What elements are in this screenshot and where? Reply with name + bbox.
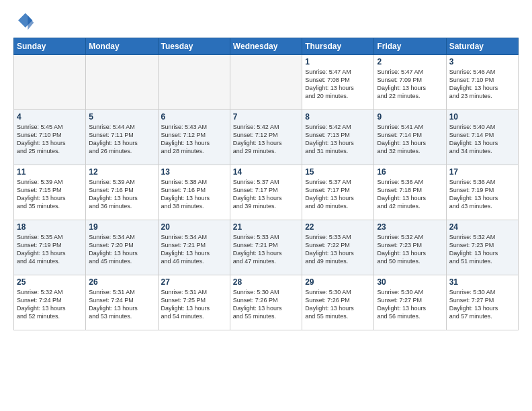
calendar-cell: 9Sunrise: 5:41 AM Sunset: 7:14 PM Daylig… (374, 110, 446, 165)
calendar-cell: 2Sunrise: 5:47 AM Sunset: 7:09 PM Daylig… (374, 55, 446, 110)
calendar-cell: 31Sunrise: 5:30 AM Sunset: 7:27 PM Dayli… (446, 275, 518, 330)
calendar-cell (14, 55, 86, 110)
calendar-cell (230, 55, 302, 110)
day-content: Sunrise: 5:37 AM Sunset: 7:17 PM Dayligh… (233, 178, 299, 211)
calendar-cell: 30Sunrise: 5:30 AM Sunset: 7:27 PM Dayli… (374, 275, 446, 330)
logo (13, 11, 38, 32)
day-number: 3 (449, 57, 515, 66)
day-content: Sunrise: 5:30 AM Sunset: 7:26 PM Dayligh… (233, 288, 299, 321)
day-number: 21 (233, 222, 299, 232)
day-content: Sunrise: 5:40 AM Sunset: 7:14 PM Dayligh… (449, 123, 515, 156)
calendar-header-saturday: Saturday (446, 38, 518, 55)
day-content: Sunrise: 5:36 AM Sunset: 7:18 PM Dayligh… (377, 178, 443, 211)
calendar-cell: 18Sunrise: 5:35 AM Sunset: 7:19 PM Dayli… (14, 220, 86, 275)
day-content: Sunrise: 5:30 AM Sunset: 7:27 PM Dayligh… (449, 288, 515, 321)
day-content: Sunrise: 5:31 AM Sunset: 7:25 PM Dayligh… (161, 288, 227, 321)
calendar-cell: 7Sunrise: 5:42 AM Sunset: 7:12 PM Daylig… (230, 110, 302, 165)
day-content: Sunrise: 5:42 AM Sunset: 7:12 PM Dayligh… (233, 123, 299, 156)
day-content: Sunrise: 5:34 AM Sunset: 7:21 PM Dayligh… (161, 233, 227, 266)
calendar-cell: 13Sunrise: 5:38 AM Sunset: 7:16 PM Dayli… (158, 165, 230, 220)
calendar-cell: 1Sunrise: 5:47 AM Sunset: 7:08 PM Daylig… (302, 55, 374, 110)
calendar-cell: 27Sunrise: 5:31 AM Sunset: 7:25 PM Dayli… (158, 275, 230, 330)
day-number: 13 (161, 167, 227, 177)
calendar-week-3: 11Sunrise: 5:39 AM Sunset: 7:15 PM Dayli… (14, 165, 519, 220)
calendar-cell: 19Sunrise: 5:34 AM Sunset: 7:20 PM Dayli… (86, 220, 158, 275)
day-content: Sunrise: 5:32 AM Sunset: 7:23 PM Dayligh… (377, 233, 443, 266)
day-content: Sunrise: 5:37 AM Sunset: 7:17 PM Dayligh… (305, 178, 371, 211)
svg-marker-1 (28, 15, 34, 30)
calendar-cell: 6Sunrise: 5:43 AM Sunset: 7:12 PM Daylig… (158, 110, 230, 165)
calendar-cell: 28Sunrise: 5:30 AM Sunset: 7:26 PM Dayli… (230, 275, 302, 330)
calendar-week-2: 4Sunrise: 5:45 AM Sunset: 7:10 PM Daylig… (14, 110, 519, 165)
day-number: 18 (17, 222, 83, 232)
calendar-cell: 12Sunrise: 5:39 AM Sunset: 7:16 PM Dayli… (86, 165, 158, 220)
day-content: Sunrise: 5:33 AM Sunset: 7:21 PM Dayligh… (233, 233, 299, 266)
logo-icon (13, 11, 35, 32)
calendar-cell: 8Sunrise: 5:42 AM Sunset: 7:13 PM Daylig… (302, 110, 374, 165)
calendar-cell: 4Sunrise: 5:45 AM Sunset: 7:10 PM Daylig… (14, 110, 86, 165)
calendar-cell: 15Sunrise: 5:37 AM Sunset: 7:17 PM Dayli… (302, 165, 374, 220)
calendar-cell: 21Sunrise: 5:33 AM Sunset: 7:21 PM Dayli… (230, 220, 302, 275)
day-content: Sunrise: 5:39 AM Sunset: 7:16 PM Dayligh… (89, 178, 154, 211)
day-number: 9 (377, 112, 443, 122)
calendar-cell: 26Sunrise: 5:31 AM Sunset: 7:24 PM Dayli… (86, 275, 158, 330)
day-content: Sunrise: 5:32 AM Sunset: 7:23 PM Dayligh… (449, 233, 515, 266)
day-number: 23 (377, 222, 443, 232)
day-content: Sunrise: 5:38 AM Sunset: 7:16 PM Dayligh… (161, 178, 227, 211)
calendar-header-friday: Friday (374, 38, 446, 55)
day-number: 28 (233, 277, 299, 287)
calendar-cell: 17Sunrise: 5:36 AM Sunset: 7:19 PM Dayli… (446, 165, 518, 220)
calendar-cell: 20Sunrise: 5:34 AM Sunset: 7:21 PM Dayli… (158, 220, 230, 275)
header (13, 11, 519, 32)
calendar-cell: 10Sunrise: 5:40 AM Sunset: 7:14 PM Dayli… (446, 110, 518, 165)
day-number: 10 (449, 112, 515, 122)
calendar-cell: 29Sunrise: 5:30 AM Sunset: 7:26 PM Dayli… (302, 275, 374, 330)
day-number: 8 (305, 112, 371, 122)
day-content: Sunrise: 5:34 AM Sunset: 7:20 PM Dayligh… (89, 233, 154, 266)
day-number: 16 (377, 167, 443, 177)
calendar-cell: 22Sunrise: 5:33 AM Sunset: 7:22 PM Dayli… (302, 220, 374, 275)
day-number: 5 (89, 112, 154, 122)
day-number: 30 (377, 277, 443, 287)
calendar-cell (158, 55, 230, 110)
day-content: Sunrise: 5:31 AM Sunset: 7:24 PM Dayligh… (89, 288, 154, 321)
calendar-cell: 25Sunrise: 5:32 AM Sunset: 7:24 PM Dayli… (14, 275, 86, 330)
day-number: 22 (305, 222, 371, 232)
day-content: Sunrise: 5:45 AM Sunset: 7:10 PM Dayligh… (17, 123, 83, 156)
calendar-cell: 24Sunrise: 5:32 AM Sunset: 7:23 PM Dayli… (446, 220, 518, 275)
day-content: Sunrise: 5:41 AM Sunset: 7:14 PM Dayligh… (377, 123, 443, 156)
calendar-week-4: 18Sunrise: 5:35 AM Sunset: 7:19 PM Dayli… (14, 220, 519, 275)
day-content: Sunrise: 5:32 AM Sunset: 7:24 PM Dayligh… (17, 288, 83, 321)
calendar-header-wednesday: Wednesday (230, 38, 302, 55)
day-number: 27 (161, 277, 227, 287)
day-content: Sunrise: 5:36 AM Sunset: 7:19 PM Dayligh… (449, 178, 515, 211)
day-content: Sunrise: 5:33 AM Sunset: 7:22 PM Dayligh… (305, 233, 371, 266)
calendar-cell: 16Sunrise: 5:36 AM Sunset: 7:18 PM Dayli… (374, 165, 446, 220)
day-content: Sunrise: 5:39 AM Sunset: 7:15 PM Dayligh… (17, 178, 83, 211)
day-number: 17 (449, 167, 515, 177)
calendar-cell: 3Sunrise: 5:46 AM Sunset: 7:10 PM Daylig… (446, 55, 518, 110)
day-number: 4 (17, 112, 83, 122)
calendar-header-monday: Monday (86, 38, 158, 55)
calendar-week-1: 1Sunrise: 5:47 AM Sunset: 7:08 PM Daylig… (14, 55, 519, 110)
day-content: Sunrise: 5:35 AM Sunset: 7:19 PM Dayligh… (17, 233, 83, 266)
calendar-header-row: SundayMondayTuesdayWednesdayThursdayFrid… (14, 38, 519, 55)
day-content: Sunrise: 5:42 AM Sunset: 7:13 PM Dayligh… (305, 123, 371, 156)
day-number: 25 (17, 277, 83, 287)
day-number: 2 (377, 57, 443, 66)
day-content: Sunrise: 5:30 AM Sunset: 7:26 PM Dayligh… (305, 288, 371, 321)
day-number: 15 (305, 167, 371, 177)
day-number: 29 (305, 277, 371, 287)
calendar-cell: 11Sunrise: 5:39 AM Sunset: 7:15 PM Dayli… (14, 165, 86, 220)
day-number: 19 (89, 222, 154, 232)
day-content: Sunrise: 5:47 AM Sunset: 7:08 PM Dayligh… (305, 68, 371, 101)
day-number: 11 (17, 167, 83, 177)
day-number: 20 (161, 222, 227, 232)
calendar-cell: 5Sunrise: 5:44 AM Sunset: 7:11 PM Daylig… (86, 110, 158, 165)
day-number: 14 (233, 167, 299, 177)
calendar-cell: 14Sunrise: 5:37 AM Sunset: 7:17 PM Dayli… (230, 165, 302, 220)
day-content: Sunrise: 5:43 AM Sunset: 7:12 PM Dayligh… (161, 123, 227, 156)
day-number: 6 (161, 112, 227, 122)
calendar-cell (86, 55, 158, 110)
day-number: 1 (305, 57, 371, 66)
